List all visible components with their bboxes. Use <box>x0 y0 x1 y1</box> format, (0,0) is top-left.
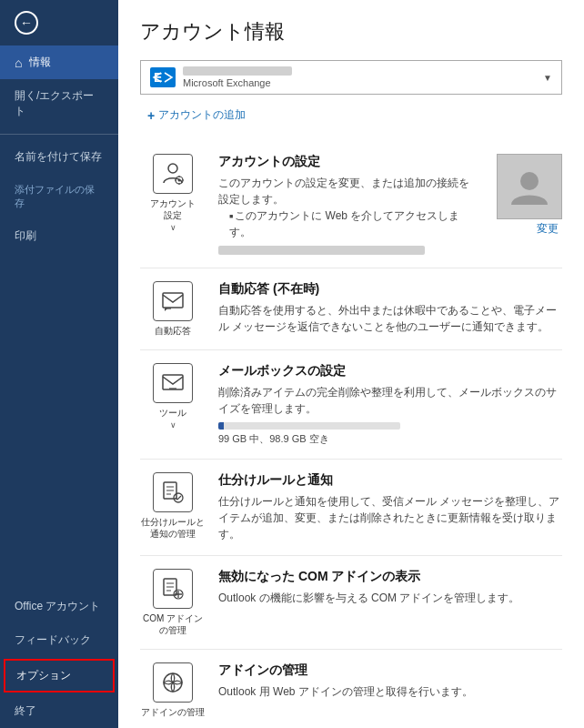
sidebar-item-info-label: 情報 <box>29 55 51 70</box>
sidebar-item-exit-label: 終了 <box>15 704 36 717</box>
account-settings-right: 変更 <box>489 154 562 237</box>
section-rules-notifications: 仕分けルールと通知の管理 仕分けルールと通知 仕分けルールと通知を使用して、受信… <box>140 460 562 556</box>
profile-photo <box>497 154 562 219</box>
sidebar-item-office-account[interactable]: Office アカウント <box>0 590 118 623</box>
com-addins-icon <box>153 569 193 609</box>
sidebar-item-print[interactable]: 印刷 <box>0 219 118 253</box>
storage-bar-container: 99 GB 中、98.9 GB 空き <box>218 422 562 446</box>
mailbox-settings-icon-box[interactable]: ツール ∨ <box>140 363 206 430</box>
com-addins-svg <box>160 576 186 602</box>
add-account-button[interactable]: + アカウントの追加 <box>140 104 253 126</box>
storage-bar <box>218 422 400 430</box>
sidebar: ← ⌂ 情報 開く/エクスポート 名前を付けて保存 添付ファイルの保存 印刷 O… <box>0 0 118 728</box>
sidebar-divider-1 <box>0 134 118 135</box>
rules-notifications-icon <box>153 472 193 512</box>
auto-reply-title: 自動応答 (不在時) <box>218 281 562 298</box>
sidebar-item-save-attach[interactable]: 添付ファイルの保存 <box>0 174 118 219</box>
section-com-addins: COM アドインの管理 無効になった COM アドインの表示 Outlook の… <box>140 556 562 650</box>
sidebar-spacer <box>0 253 118 590</box>
sidebar-item-feedback-label: フィードバック <box>15 633 91 646</box>
rules-notifications-title: 仕分けルールと通知 <box>218 472 562 489</box>
sidebar-item-save-as[interactable]: 名前を付けて保存 <box>0 140 118 174</box>
mailbox-settings-label: ツール <box>159 407 186 419</box>
change-photo-link[interactable]: 変更 <box>537 221 562 237</box>
account-settings-desc-text: このアカウントの設定を変更、または追加の接続を設定します。 <box>218 177 469 206</box>
account-settings-icon <box>153 154 193 194</box>
svg-point-2 <box>168 164 177 173</box>
rules-notifications-svg <box>160 480 186 505</box>
addins-management-label: アドインの管理 <box>141 706 205 718</box>
storage-bar-fill <box>218 422 224 430</box>
svg-point-9 <box>174 493 183 502</box>
sidebar-item-print-label: 印刷 <box>15 228 36 244</box>
sidebar-item-office-account-label: Office アカウント <box>15 600 100 612</box>
back-circle-icon: ← <box>15 11 38 35</box>
mailbox-settings-svg <box>160 370 186 396</box>
mailbox-settings-icon <box>153 363 193 403</box>
add-account-label: アカウントの追加 <box>158 107 246 123</box>
svg-point-4 <box>178 179 181 182</box>
com-addins-icon-box[interactable]: COM アドインの管理 <box>140 569 206 636</box>
account-email-blurred <box>183 66 292 76</box>
sidebar-item-feedback[interactable]: フィードバック <box>0 623 118 657</box>
sidebar-item-save-as-label: 名前を付けて保存 <box>15 149 102 165</box>
auto-reply-svg <box>160 288 186 314</box>
auto-reply-label: 自動応答 <box>155 325 191 337</box>
section-account-settings: アカウント設定 ∨ アカウントの設定 このアカウントの設定を変更、または追加の接… <box>140 141 562 268</box>
mailbox-settings-content: メールボックスの設定 削除済みアイテムの完全削除や整理を利用して、メールボックス… <box>218 363 562 446</box>
main-content: アカウント情報 E Microsoft Exchange ▼ + アカウントの追… <box>118 0 584 728</box>
back-arrow-icon: ← <box>20 15 33 30</box>
account-settings-desc: このアカウントの設定を変更、または追加の接続を設定します。 このアカウントに W… <box>218 175 477 255</box>
addins-management-title: アドインの管理 <box>218 662 562 679</box>
mailbox-settings-title: メールボックスの設定 <box>218 363 562 379</box>
exchange-icon: E <box>150 67 176 87</box>
addins-management-icon <box>153 662 193 703</box>
mailbox-settings-label-container: ツール ∨ <box>159 407 186 430</box>
account-settings-title: アカウントの設定 <box>218 154 477 170</box>
svg-point-5 <box>520 172 539 190</box>
sidebar-item-info[interactable]: ⌂ 情報 <box>0 46 118 79</box>
auto-reply-icon-box[interactable]: 自動応答 <box>140 281 206 337</box>
account-settings-main: アカウントの設定 このアカウントの設定を変更、または追加の接続を設定します。 こ… <box>218 154 477 255</box>
com-addins-title: 無効になった COM アドインの表示 <box>218 569 562 585</box>
mailbox-settings-caret: ∨ <box>170 420 176 430</box>
account-settings-caret: ∨ <box>170 223 176 232</box>
com-addins-content: 無効になった COM アドインの表示 Outlook の機能に影響を与える CO… <box>218 569 562 606</box>
home-icon: ⌂ <box>15 56 22 70</box>
sidebar-item-options-label: オプション <box>16 669 71 682</box>
account-settings-label: アカウント設定 <box>150 197 196 221</box>
addins-management-desc: Outlook 用 Web アドインの管理と取得を行います。 <box>218 683 562 700</box>
page-title: アカウント情報 <box>140 18 562 46</box>
addins-management-svg <box>160 670 186 695</box>
auto-reply-desc: 自動応答を使用すると、外出中または休暇中であることや、電子メール メッセージを返… <box>218 302 562 335</box>
auto-reply-icon <box>153 281 193 321</box>
com-addins-desc: Outlook の機能に影響を与える COM アドインを管理します。 <box>218 590 562 606</box>
auto-reply-content: 自動応答 (不在時) 自動応答を使用すると、外出中または休暇中であることや、電子… <box>218 281 562 335</box>
svg-rect-7 <box>163 375 183 389</box>
profile-photo-svg <box>508 165 551 208</box>
rules-notifications-icon-box[interactable]: 仕分けルールと通知の管理 <box>140 472 206 540</box>
rules-notifications-label: 仕分けルールと通知の管理 <box>141 516 205 540</box>
back-button[interactable]: ← <box>0 0 118 46</box>
sidebar-item-exit[interactable]: 終了 <box>0 694 118 728</box>
account-selector[interactable]: E Microsoft Exchange ▼ <box>140 60 562 95</box>
section-addins-management: アドインの管理 アドインの管理 Outlook 用 Web アドインの管理と取得… <box>140 650 562 728</box>
addins-management-content: アドインの管理 Outlook 用 Web アドインの管理と取得を行います。 <box>218 662 562 700</box>
mailbox-settings-desc: 削除済みアイテムの完全削除や整理を利用して、メールボックスのサイズを管理します。 <box>218 384 562 417</box>
account-settings-list: このアカウントに Web を介してアクセスします。 <box>218 207 477 240</box>
rules-notifications-desc: 仕分けルールと通知を使用して、受信メール メッセージを整理し、アイテムが追加、変… <box>218 493 562 542</box>
sidebar-item-open-export-label: 開く/エクスポート <box>15 88 104 119</box>
section-mailbox-settings: ツール ∨ メールボックスの設定 削除済みアイテムの完全削除や整理を利用して、メ… <box>140 350 562 460</box>
account-settings-list-item-1: このアカウントに Web を介してアクセスします。 <box>229 207 477 240</box>
section-auto-reply: 自動応答 自動応答 (不在時) 自動応答を使用すると、外出中または休暇中であるこ… <box>140 268 562 350</box>
account-settings-blurred-line <box>218 246 425 255</box>
account-settings-icon-box[interactable]: アカウント設定 ∨ <box>140 154 206 232</box>
sidebar-item-options[interactable]: オプション <box>4 659 115 693</box>
account-dropdown-arrow: ▼ <box>543 73 552 83</box>
com-addins-label: COM アドインの管理 <box>143 612 203 636</box>
addins-management-icon-box[interactable]: アドインの管理 <box>140 662 206 718</box>
svg-rect-6 <box>163 293 183 308</box>
sidebar-item-open-export[interactable]: 開く/エクスポート <box>0 79 118 128</box>
add-icon: + <box>147 108 155 123</box>
storage-text: 99 GB 中、98.9 GB 空き <box>218 432 562 446</box>
